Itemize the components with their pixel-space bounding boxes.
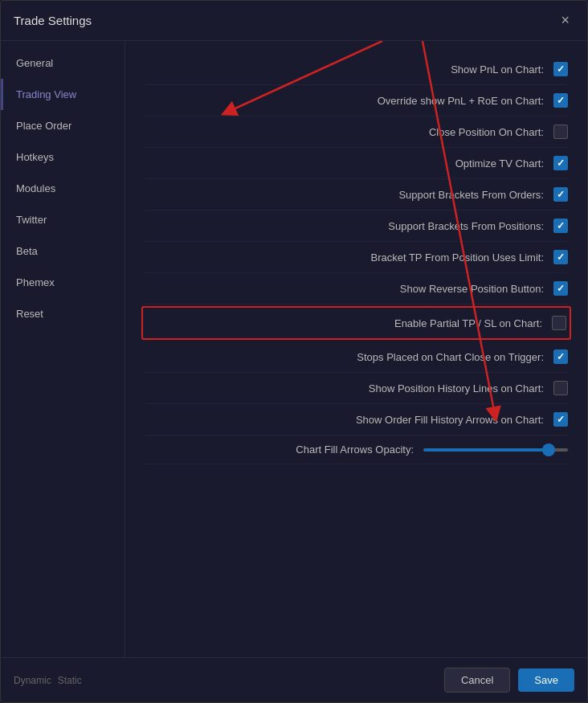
setting-row-bracket-tp: Bracket TP From Position Uses Limit: — [145, 242, 568, 273]
setting-row-override-pnl: Override show PnL + RoE on Chart: — [145, 85, 568, 116]
stops-placed-checkbox[interactable] — [553, 349, 568, 364]
show-position-history-checkbox[interactable] — [553, 381, 568, 395]
support-brackets-orders-label: Support Brackets From Orders: — [398, 189, 544, 201]
setting-row-show-reverse: Show Reverse Position Button: — [145, 273, 568, 304]
static-label: Static — [58, 675, 82, 686]
slider-container — [423, 448, 568, 452]
close-button[interactable]: × — [556, 10, 574, 31]
sidebar-item-modules[interactable]: Modules — [1, 173, 125, 204]
sidebar-item-reset[interactable]: Reset — [1, 298, 125, 329]
show-pnl-checkbox[interactable] — [553, 62, 568, 76]
setting-row-close-position: Close Position On Chart: — [145, 116, 568, 148]
sidebar-item-place-order[interactable]: Place Order — [1, 110, 125, 141]
chart-opacity-slider[interactable] — [423, 448, 568, 452]
setting-row-show-pnl: Show PnL on Chart: — [145, 54, 568, 85]
setting-row-optimize-tv: Optimize TV Chart: — [145, 148, 568, 179]
enable-partial-checkbox[interactable] — [552, 316, 566, 330]
show-reverse-label: Show Reverse Position Button: — [400, 283, 544, 295]
bracket-tp-checkbox[interactable] — [553, 250, 568, 264]
dialog-title: Trade Settings — [14, 14, 92, 27]
slider-label: Chart Fill Arrows Opacity: — [296, 443, 414, 456]
sidebar: General Trading View Place Order Hotkeys… — [1, 41, 125, 657]
stops-placed-label: Stops Placed on Chart Close on Trigger: — [357, 351, 544, 363]
optimize-tv-checkbox[interactable] — [553, 156, 568, 170]
bracket-tp-label: Bracket TP From Position Uses Limit: — [370, 251, 544, 264]
sidebar-item-twitter[interactable]: Twitter — [1, 204, 125, 235]
support-brackets-positions-checkbox[interactable] — [553, 219, 568, 233]
close-position-checkbox[interactable] — [553, 125, 568, 139]
show-pnl-label: Show PnL on Chart: — [451, 63, 544, 76]
trade-settings-dialog: Trade Settings × General Trading View Pl… — [0, 0, 588, 703]
setting-row-support-brackets-positions: Support Brackets From Positions: — [145, 210, 568, 242]
dialog-body: General Trading View Place Order Hotkeys… — [1, 41, 587, 657]
setting-row-show-position-history: Show Position History Lines on Chart: — [145, 373, 568, 404]
dialog-header: Trade Settings × — [1, 1, 587, 41]
setting-row-stops-placed: Stops Placed on Chart Close on Trigger: — [145, 341, 568, 373]
setting-row-enable-partial: Enable Partial TP / SL on Chart: — [141, 306, 571, 340]
show-order-fill-checkbox[interactable] — [553, 412, 568, 427]
show-order-fill-label: Show Order Fill History Arrows on Chart: — [356, 414, 544, 426]
save-button[interactable]: Save — [518, 668, 574, 692]
cancel-button[interactable]: Cancel — [444, 668, 510, 693]
sidebar-item-hotkeys[interactable]: Hotkeys — [1, 141, 125, 173]
optimize-tv-label: Optimize TV Chart: — [455, 157, 544, 170]
show-position-history-label: Show Position History Lines on Chart: — [369, 382, 544, 394]
close-position-label: Close Position On Chart: — [429, 126, 544, 138]
setting-row-support-brackets-orders: Support Brackets From Orders: — [145, 179, 568, 210]
show-reverse-checkbox[interactable] — [553, 281, 568, 296]
content-area: Show PnL on Chart: Override show PnL + R… — [125, 41, 587, 657]
dialog-footer: Dynamic Static Cancel Save — [1, 657, 587, 702]
setting-row-show-order-fill: Show Order Fill History Arrows on Chart: — [145, 404, 568, 435]
support-brackets-orders-checkbox[interactable] — [553, 187, 568, 202]
sidebar-item-trading-view[interactable]: Trading View — [1, 79, 125, 110]
support-brackets-positions-label: Support Brackets From Positions: — [388, 220, 544, 232]
dynamic-label: Dynamic — [14, 675, 51, 686]
setting-row-slider: Chart Fill Arrows Opacity: — [145, 435, 568, 464]
sidebar-item-beta[interactable]: Beta — [1, 235, 125, 267]
enable-partial-label: Enable Partial TP / SL on Chart: — [394, 317, 542, 329]
override-pnl-label: Override show PnL + RoE on Chart: — [378, 95, 544, 107]
sidebar-item-phemex[interactable]: Phemex — [1, 267, 125, 298]
footer-bar: Dynamic Static — [14, 675, 436, 686]
override-pnl-checkbox[interactable] — [553, 93, 568, 108]
sidebar-item-general[interactable]: General — [1, 47, 125, 79]
